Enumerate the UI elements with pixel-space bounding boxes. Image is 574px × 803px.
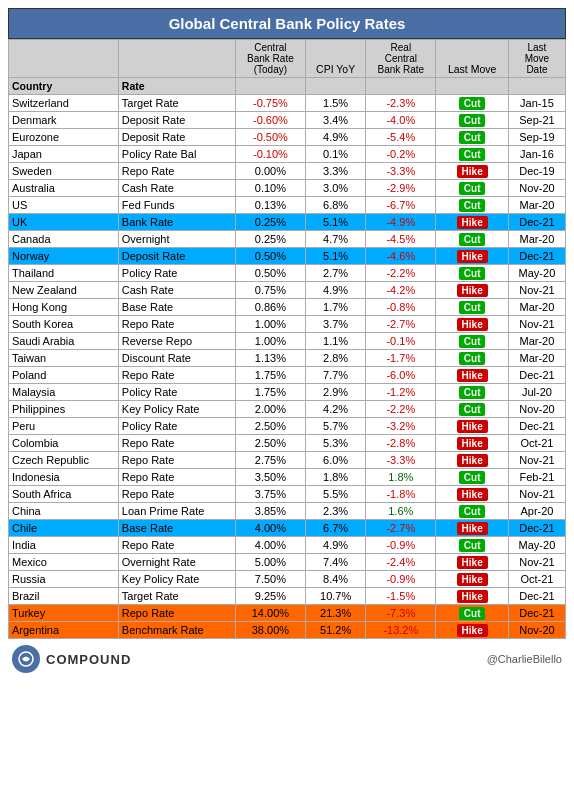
cell-country: Canada — [9, 231, 119, 248]
cell-country: Sweden — [9, 163, 119, 180]
cell-rate: Deposit Rate — [118, 248, 235, 265]
cell-lastmove: Cut — [436, 605, 508, 622]
cell-lastmovedate: Nov-21 — [508, 316, 565, 333]
cell-lastmove: Cut — [436, 384, 508, 401]
table-row: Denmark Deposit Rate -0.60% 3.4% -4.0% C… — [9, 112, 566, 129]
cell-cbr: 0.00% — [235, 163, 305, 180]
cell-lastmovedate: May-20 — [508, 537, 565, 554]
lastmove-badge: Hike — [457, 522, 488, 535]
cell-rcbr: -2.7% — [366, 316, 436, 333]
lastmove-badge: Cut — [459, 267, 486, 280]
cell-rate: Cash Rate — [118, 180, 235, 197]
cell-cbr: 2.50% — [235, 418, 305, 435]
cell-cbr: 38.00% — [235, 622, 305, 639]
col-country — [9, 40, 119, 78]
cell-cpi: 8.4% — [305, 571, 365, 588]
page-title: Global Central Bank Policy Rates — [8, 8, 566, 39]
lastmove-badge: Cut — [459, 233, 486, 246]
cell-lastmovedate: Mar-20 — [508, 333, 565, 350]
cell-rate: Reverse Repo — [118, 333, 235, 350]
cell-rate: Policy Rate — [118, 265, 235, 282]
cell-cpi: 2.7% — [305, 265, 365, 282]
cell-lastmovedate: Oct-21 — [508, 435, 565, 452]
cell-rcbr: 1.8% — [366, 469, 436, 486]
lastmove-badge: Hike — [457, 454, 488, 467]
cell-rcbr: -0.2% — [366, 146, 436, 163]
cell-lastmove: Cut — [436, 503, 508, 520]
cell-cpi: 4.9% — [305, 282, 365, 299]
cell-country: UK — [9, 214, 119, 231]
table-row: Switzerland Target Rate -0.75% 1.5% -2.3… — [9, 95, 566, 112]
cell-lastmovedate: Mar-20 — [508, 197, 565, 214]
twitter-handle: @CharlieBilello — [487, 653, 562, 665]
lastmove-badge: Cut — [459, 199, 486, 212]
cell-lastmovedate: Nov-20 — [508, 622, 565, 639]
cell-country: Switzerland — [9, 95, 119, 112]
cell-lastmovedate: Sep-21 — [508, 112, 565, 129]
cell-country: Peru — [9, 418, 119, 435]
cell-rate: Bank Rate — [118, 214, 235, 231]
cell-lastmovedate: Jul-20 — [508, 384, 565, 401]
cell-cbr: 0.75% — [235, 282, 305, 299]
lastmove-badge: Hike — [457, 437, 488, 450]
cell-lastmovedate: Mar-20 — [508, 299, 565, 316]
cell-rcbr: -0.8% — [366, 299, 436, 316]
cell-country: Mexico — [9, 554, 119, 571]
cell-lastmove: Cut — [436, 95, 508, 112]
table-row: South Africa Repo Rate 3.75% 5.5% -1.8% … — [9, 486, 566, 503]
subheader-country: Country — [9, 78, 119, 95]
cell-lastmove: Cut — [436, 112, 508, 129]
cell-country: Brazil — [9, 588, 119, 605]
cell-rcbr: -2.3% — [366, 95, 436, 112]
cell-cbr: 7.50% — [235, 571, 305, 588]
cell-rate: Overnight Rate — [118, 554, 235, 571]
table-row: Czech Republic Repo Rate 2.75% 6.0% -3.3… — [9, 452, 566, 469]
table-row: Poland Repo Rate 1.75% 7.7% -6.0% Hike D… — [9, 367, 566, 384]
cell-cpi: 3.3% — [305, 163, 365, 180]
cell-country: Indonesia — [9, 469, 119, 486]
cell-lastmove: Hike — [436, 571, 508, 588]
cell-cbr: 0.25% — [235, 214, 305, 231]
table-row: Thailand Policy Rate 0.50% 2.7% -2.2% Cu… — [9, 265, 566, 282]
cell-rcbr: -6.0% — [366, 367, 436, 384]
table-row: China Loan Prime Rate 3.85% 2.3% 1.6% Cu… — [9, 503, 566, 520]
cell-country: Norway — [9, 248, 119, 265]
cell-rate: Target Rate — [118, 588, 235, 605]
cell-country: China — [9, 503, 119, 520]
cell-cbr: 5.00% — [235, 554, 305, 571]
cell-lastmovedate: Dec-21 — [508, 605, 565, 622]
cell-cpi: 2.8% — [305, 350, 365, 367]
cell-lastmove: Cut — [436, 265, 508, 282]
cell-rcbr: -0.9% — [366, 571, 436, 588]
cell-lastmove: Hike — [436, 435, 508, 452]
cell-rcbr: -2.2% — [366, 265, 436, 282]
cell-cbr: 2.75% — [235, 452, 305, 469]
cell-lastmove: Hike — [436, 622, 508, 639]
table-row: Canada Overnight 0.25% 4.7% -4.5% Cut Ma… — [9, 231, 566, 248]
cell-country: Eurozone — [9, 129, 119, 146]
cell-rate: Repo Rate — [118, 452, 235, 469]
cell-cpi: 5.7% — [305, 418, 365, 435]
col-lastmove: Last Move — [436, 40, 508, 78]
cell-cpi: 0.1% — [305, 146, 365, 163]
cell-cpi: 51.2% — [305, 622, 365, 639]
table-row: Sweden Repo Rate 0.00% 3.3% -3.3% Hike D… — [9, 163, 566, 180]
col-cpi: CPI YoY — [305, 40, 365, 78]
cell-cbr: 0.13% — [235, 197, 305, 214]
cell-cbr: 1.75% — [235, 367, 305, 384]
cell-lastmove: Hike — [436, 214, 508, 231]
subheader-rate: Rate — [118, 78, 235, 95]
cell-cbr: 0.25% — [235, 231, 305, 248]
cell-rcbr: -2.2% — [366, 401, 436, 418]
cell-lastmove: Cut — [436, 350, 508, 367]
cell-lastmove: Cut — [436, 299, 508, 316]
cell-rate: Benchmark Rate — [118, 622, 235, 639]
cell-cpi: 4.9% — [305, 129, 365, 146]
cell-lastmovedate: Jan-16 — [508, 146, 565, 163]
cell-cbr: 2.50% — [235, 435, 305, 452]
lastmove-badge: Cut — [459, 352, 486, 365]
cell-cpi: 7.4% — [305, 554, 365, 571]
cell-rcbr: -0.9% — [366, 537, 436, 554]
cell-cpi: 7.7% — [305, 367, 365, 384]
cell-rate: Key Policy Rate — [118, 401, 235, 418]
